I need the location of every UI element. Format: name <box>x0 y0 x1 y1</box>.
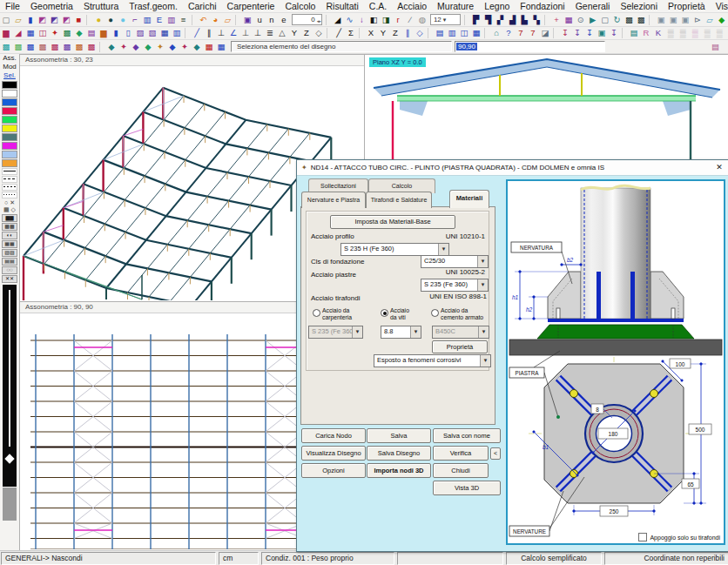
frame-blue-3-icon[interactable]: ▯ <box>123 28 134 38</box>
frame-pink-2-icon[interactable]: ◢ <box>13 28 24 38</box>
hook-blue-icon[interactable]: ∿ <box>344 15 355 25</box>
cross-marker-icon[interactable]: ✕ <box>10 199 15 206</box>
layout-1-icon[interactable]: ▛ <box>470 15 482 25</box>
frame-green-1-icon[interactable]: ▩ <box>62 28 73 38</box>
sidebar-mode-sel[interactable]: Sel. <box>0 71 19 80</box>
line-slash-icon[interactable]: ╱ <box>334 28 345 38</box>
view-capture-3-icon[interactable]: ◩ <box>61 15 72 25</box>
menu-item-trasf-geom-[interactable]: Trasf.geom. <box>124 1 183 11</box>
dialog-title-bar[interactable]: ✦ND14 - ATTACCO TUBO CIRC. - PLINTO (PIA… <box>297 160 728 176</box>
radio-acciaio-cemento[interactable] <box>431 309 439 317</box>
sel-5-icon[interactable]: ▩ <box>50 42 61 52</box>
chevron-down-icon[interactable]: ▼ <box>477 256 488 267</box>
chair-pink-icon[interactable]: R <box>641 28 652 38</box>
mode-7-icon[interactable]: ✦ <box>179 42 191 52</box>
color-swatch-6[interactable] <box>2 133 17 141</box>
mode-2-icon[interactable]: ✦ <box>118 42 130 52</box>
layout-2-icon[interactable]: ▜ <box>482 15 494 25</box>
coordinate-input[interactable]: 90,90 <box>455 41 605 52</box>
color-swatch-2[interactable] <box>2 98 17 106</box>
chevron-down-icon[interactable]: ▼ <box>480 355 490 367</box>
frame-blue-2-icon[interactable]: ▮ <box>111 28 122 38</box>
radio-acciaio-viti[interactable] <box>381 309 388 317</box>
line-single-icon[interactable]: ╱ <box>192 28 203 38</box>
measure-7b-icon[interactable]: 7 <box>528 28 539 38</box>
rotate-icon[interactable]: ↻ <box>611 15 623 25</box>
sel-6-icon[interactable]: ▩ <box>62 42 73 52</box>
line-style-3[interactable] <box>2 192 17 198</box>
anchor-3-icon[interactable]: ↧ <box>584 28 596 38</box>
view-capture-1-icon[interactable]: ◩ <box>37 15 48 25</box>
open-folder-icon[interactable]: ▱ <box>12 15 24 25</box>
pointer-teal-icon[interactable]: ▶ <box>587 15 598 25</box>
imposta-materiali-base-button[interactable]: Imposta da Materiali-Base <box>330 215 455 229</box>
node-red-icon[interactable]: ✦ <box>50 28 61 38</box>
line-perp-icon[interactable]: ⊥ <box>216 28 227 38</box>
pencil-line-icon[interactable]: ∕ <box>405 15 416 25</box>
axis-poly-icon[interactable]: ◇ <box>415 28 426 38</box>
diamond-marker-icon[interactable]: ◇ <box>11 206 16 213</box>
color-swatch-5[interactable] <box>2 124 17 132</box>
color-swatch-7[interactable] <box>2 142 17 150</box>
win-cascade-icon[interactable]: ▤ <box>435 28 446 38</box>
mode-3-icon[interactable]: ◆ <box>131 42 142 52</box>
refresh-red-icon[interactable]: + <box>551 15 563 25</box>
carica-nodo-button[interactable]: Carica Nodo <box>301 428 366 443</box>
sphere-orange-icon[interactable]: ◕ <box>210 15 221 25</box>
menu-item-struttura[interactable]: Struttura <box>78 1 124 11</box>
tab-tirafondi-saldature[interactable]: Tirafondi e Saldature <box>366 192 432 208</box>
beam-e-icon[interactable]: E <box>153 15 165 25</box>
appoggio-checkbox-row[interactable]: Appoggio solo su tirafondi <box>638 533 720 541</box>
frame-purple-3-icon[interactable]: ▧ <box>147 28 158 38</box>
sel-1-icon[interactable]: ▩ <box>1 42 12 52</box>
window-purple-icon[interactable]: ▣ <box>242 15 253 25</box>
mode-5-icon[interactable]: ✦ <box>155 42 166 52</box>
zoom-lens-icon[interactable]: ⊙ <box>575 15 586 25</box>
esposizione-select[interactable]: Esposto a fenomeni corrosivi▼ <box>374 354 491 367</box>
ruler-red-icon[interactable]: r <box>393 15 404 25</box>
fill-pattern-6[interactable]: ◌◌ <box>2 266 17 274</box>
layout-5-icon[interactable]: ▙ <box>519 15 530 25</box>
stop-red-icon[interactable]: ■ <box>73 15 84 25</box>
salva-disegno-button[interactable]: Salva Disegno <box>367 446 431 461</box>
numeric-spinner[interactable]: 0 <box>292 14 322 25</box>
fill-pattern-1[interactable]: ▩▩ <box>2 223 17 231</box>
menu-item-legno[interactable]: Legno <box>479 1 515 11</box>
tool-gray-1-icon[interactable]: ▒ <box>665 28 677 38</box>
mode-8-icon[interactable]: ◆ <box>192 42 203 52</box>
globe-gray-icon[interactable]: ◍ <box>416 15 428 25</box>
importa-nodi-3d-button[interactable]: Importa nodi 3D <box>367 463 431 478</box>
sel-4-icon[interactable]: ▩ <box>37 42 49 52</box>
measure-query-icon[interactable]: ? <box>503 28 515 38</box>
plane-icon[interactable]: ▱ <box>704 15 715 25</box>
view-capture-2-icon[interactable]: ◩ <box>49 15 60 25</box>
btn-u-icon[interactable]: u <box>254 15 266 25</box>
tab-materiali[interactable]: Materiali <box>449 190 489 208</box>
cube-green-icon[interactable]: ◆ <box>716 15 727 25</box>
opzioni-button[interactable]: Opzioni <box>301 463 366 478</box>
fill-pattern-2[interactable]: ◐◐ <box>2 232 17 239</box>
frame-orange-icon[interactable]: ▆ <box>98 28 110 38</box>
table-teal-icon[interactable]: ▤ <box>629 28 640 38</box>
win-grid-icon[interactable]: ▦ <box>471 28 482 38</box>
sphere-cyan-icon[interactable]: ● <box>118 15 129 25</box>
btn-n-icon[interactable]: n <box>266 15 278 25</box>
menu-item-acciaio[interactable]: Acciaio <box>392 1 432 11</box>
line-poly-icon[interactable]: ◇ <box>313 28 325 38</box>
sidebar-mode-ass[interactable]: Ass. <box>0 54 19 63</box>
frame-corner-icon[interactable]: ⌐ <box>130 15 141 25</box>
arrow-down-purple-icon[interactable]: ↓ <box>356 15 367 25</box>
menu-item-file[interactable]: File <box>0 1 25 11</box>
line-style-0[interactable] <box>2 168 17 175</box>
color-swatch-3[interactable] <box>2 107 17 115</box>
frame-blue-4-icon[interactable]: ▥ <box>172 28 183 38</box>
appoggio-checkbox[interactable] <box>638 533 647 541</box>
panel-green-icon[interactable]: ◨ <box>381 15 392 25</box>
chiudi-button[interactable]: Chiudi <box>433 463 489 478</box>
line-style-1[interactable] <box>2 176 17 183</box>
axis-y-icon[interactable]: Y <box>378 28 389 38</box>
menu-item-selezioni[interactable]: Selezioni <box>615 1 663 11</box>
print-pink-icon[interactable]: ▒ <box>690 28 701 38</box>
menu-item-calcolo[interactable]: Calcolo <box>280 1 320 11</box>
chevron-down-icon[interactable]: ▼ <box>410 326 421 338</box>
